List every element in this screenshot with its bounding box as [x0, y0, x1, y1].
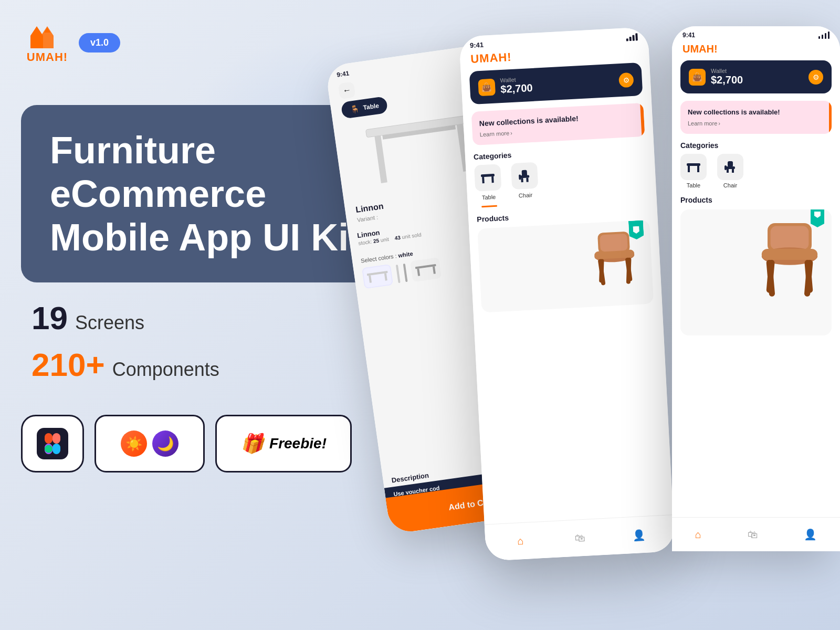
- freebie-badge[interactable]: 🎁 Freebie!: [215, 415, 352, 472]
- svg-rect-17: [491, 176, 494, 183]
- stats-area: 19 Screens 210+ Components: [32, 299, 219, 393]
- svg-rect-16: [482, 177, 485, 183]
- back-phone-time: 9:41: [336, 69, 350, 79]
- nav-bag-icon[interactable]: 🛍: [570, 528, 590, 548]
- svg-rect-20: [521, 178, 523, 182]
- svg-rect-35: [726, 166, 735, 169]
- right-wallet-title: Wallet: [711, 68, 743, 74]
- signal-bar-4: [635, 33, 638, 40]
- chair-category-name: Chair: [519, 192, 533, 198]
- nav-profile-icon[interactable]: 👤: [629, 525, 649, 545]
- right-chair-icon: [717, 154, 743, 180]
- right-wallet-amount: $2,700: [711, 74, 743, 86]
- gift-icon: 🎁: [240, 433, 264, 455]
- right-app-name: UMAH!: [672, 41, 840, 60]
- back-button[interactable]: ←: [338, 81, 356, 99]
- svg-rect-34: [728, 161, 733, 167]
- svg-rect-21: [526, 178, 528, 182]
- right-wallet-settings-icon[interactable]: ⚙: [808, 70, 823, 85]
- signal-bar-1: [626, 38, 628, 41]
- category-chair[interactable]: Chair: [511, 162, 539, 206]
- wallet-left: 👜 Wallet $2,700: [478, 76, 533, 97]
- promo-accent-bar: [640, 103, 645, 136]
- right-promo-title: New collections is available!: [688, 108, 824, 117]
- category-table[interactable]: Table: [474, 164, 502, 208]
- right-wallet-card[interactable]: 👜 Wallet $2,700 ⚙: [680, 60, 832, 93]
- theme-tools-badge[interactable]: ☀️ 🌙: [94, 415, 205, 472]
- phone-right-screen: 9:41 UMAH! 👜 Wallet $2,700 ⚙ New co: [672, 26, 840, 551]
- svg-rect-37: [732, 169, 734, 173]
- brand-logo[interactable]: UMAH!: [26, 21, 68, 64]
- categories-row: Table Chair: [466, 156, 657, 216]
- right-wallet-info: Wallet $2,700: [711, 68, 743, 86]
- svg-rect-0: [45, 433, 52, 444]
- svg-rect-11: [384, 273, 387, 280]
- version-badge: v1.0: [79, 33, 120, 52]
- right-status-bar: 9:41: [672, 26, 840, 41]
- right-nav-profile-icon[interactable]: 👤: [804, 528, 817, 541]
- right-promo-banner[interactable]: New collections is available! Learn more…: [680, 101, 832, 134]
- right-category-chair[interactable]: Chair: [717, 154, 743, 188]
- svg-rect-31: [687, 163, 700, 166]
- signal-bar-2: [629, 36, 631, 40]
- right-wallet-icon: 👜: [689, 69, 706, 86]
- wallet-icon: 👜: [478, 78, 496, 96]
- svg-point-4: [45, 445, 52, 453]
- right-nav-bag-icon[interactable]: 🛍: [748, 529, 758, 541]
- right-phone-time: 9:41: [682, 32, 695, 39]
- components-stat: 210+ Components: [32, 346, 219, 383]
- home-time: 9:41: [470, 41, 484, 49]
- right-category-table[interactable]: Table: [680, 154, 707, 188]
- svg-rect-6: [374, 135, 387, 183]
- components-label: Components: [112, 359, 219, 381]
- right-product-chair: [753, 215, 826, 325]
- right-categories-title: Categories: [672, 141, 840, 154]
- signal-bars: [626, 33, 638, 41]
- figma-icon: [37, 428, 68, 459]
- svg-rect-10: [369, 275, 372, 282]
- svg-rect-22: [519, 174, 521, 180]
- variant-bar-1: [396, 264, 401, 282]
- svg-rect-29: [599, 259, 604, 282]
- right-chair-name: Chair: [723, 182, 737, 188]
- svg-rect-19: [520, 175, 529, 178]
- right-product-card[interactable]: [680, 209, 832, 335]
- promo-banner[interactable]: New collections is available! Learn more…: [471, 103, 645, 145]
- wallet-info: Wallet $2,700: [500, 76, 533, 96]
- svg-rect-26: [600, 234, 628, 252]
- color-swatch-white[interactable]: [362, 264, 393, 289]
- phone-right-mockup: 9:41 UMAH! 👜 Wallet $2,700 ⚙ New co: [672, 26, 840, 551]
- chair-category-icon: [511, 162, 539, 190]
- right-table-icon: [680, 154, 707, 180]
- screens-label: Screens: [75, 312, 144, 334]
- right-promo-accent: [829, 101, 832, 134]
- back-variant-label: Variant :: [356, 214, 378, 223]
- wallet-amount: $2,700: [500, 82, 533, 96]
- phone-front-mockup: 9:41 UMAH! 👜 Wallet $2,700 ⚙ New co: [459, 27, 675, 561]
- svg-rect-33: [697, 166, 699, 172]
- svg-rect-13: [417, 268, 420, 276]
- right-promo-link[interactable]: Learn more ›: [688, 120, 824, 127]
- svg-rect-3: [52, 444, 60, 454]
- screens-stat: 19 Screens: [32, 299, 219, 337]
- sun-icon: ☀️: [121, 430, 147, 457]
- right-categories-row: Table Chair: [672, 154, 840, 196]
- nav-home-icon[interactable]: ⌂: [510, 531, 530, 551]
- right-table-name: Table: [687, 182, 700, 188]
- figma-badge[interactable]: [21, 415, 84, 472]
- moon-icon: 🌙: [152, 430, 178, 457]
- wallet-settings-icon[interactable]: ⚙: [618, 72, 634, 87]
- right-phone-nav: ⌂ 🛍 👤: [672, 517, 840, 551]
- table-underline: [481, 205, 497, 208]
- right-nav-home-icon[interactable]: ⌂: [695, 529, 701, 541]
- svg-rect-30: [625, 258, 633, 282]
- svg-rect-14: [432, 266, 435, 274]
- svg-rect-38: [724, 165, 727, 170]
- svg-rect-36: [727, 169, 729, 173]
- signal-bar-3: [632, 35, 635, 40]
- table-category-icon: [474, 164, 502, 192]
- product-card[interactable]: [477, 220, 654, 313]
- color-swatch-alt[interactable]: [410, 257, 442, 282]
- freebie-label: Freebie!: [269, 435, 327, 452]
- svg-rect-40: [771, 226, 809, 249]
